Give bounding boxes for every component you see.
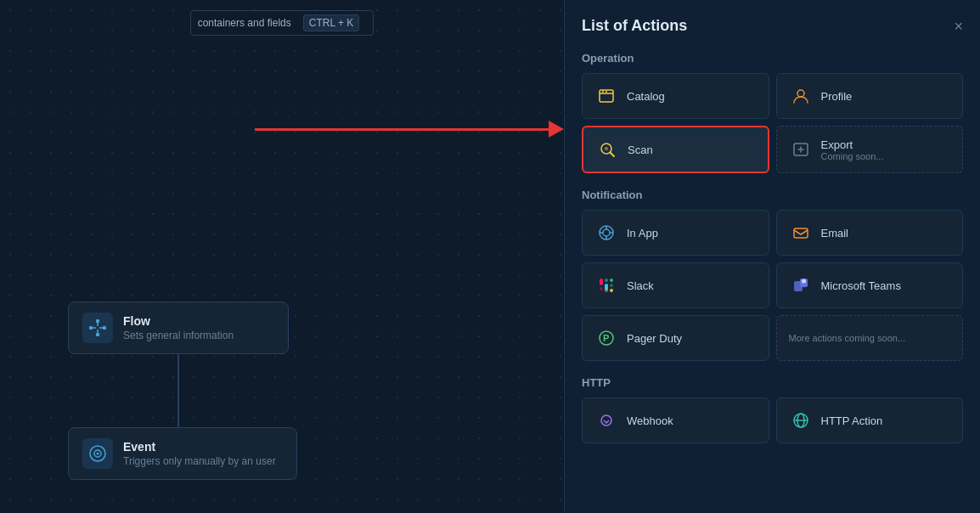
- svg-point-10: [97, 453, 99, 455]
- svg-text:P: P: [603, 333, 609, 343]
- svg-rect-31: [610, 279, 613, 282]
- event-node-title: Event: [123, 440, 276, 454]
- arrow-head: [549, 121, 564, 138]
- inapp-icon: [594, 221, 618, 245]
- action-export: Export Coming soon...: [776, 126, 964, 173]
- close-button[interactable]: ×: [954, 19, 963, 34]
- svg-point-17: [605, 147, 608, 150]
- export-text: Export Coming soon...: [821, 138, 884, 161]
- actions-panel: List of Actions × Operation Catalog: [564, 0, 980, 513]
- scan-icon: [595, 138, 619, 161]
- svg-rect-0: [96, 319, 99, 323]
- pagerduty-label: Pager Duty: [627, 332, 682, 345]
- svg-point-20: [603, 229, 610, 236]
- svg-point-13: [602, 91, 604, 93]
- profile-icon: [789, 84, 813, 108]
- pagerduty-icon: P: [594, 326, 618, 350]
- operation-grid: Catalog Profile Scan: [582, 73, 963, 173]
- action-msteams[interactable]: Microsoft Teams: [776, 262, 964, 308]
- webhook-icon: [594, 409, 618, 432]
- svg-point-36: [802, 279, 806, 284]
- export-sublabel: Coming soon...: [821, 151, 884, 161]
- email-label: Email: [821, 227, 849, 240]
- action-scan[interactable]: Scan: [582, 126, 769, 173]
- event-node-subtitle: Triggers only manually by an user: [123, 455, 276, 467]
- svg-rect-3: [96, 333, 99, 336]
- msteams-label: Microsoft Teams: [821, 279, 901, 292]
- canvas-panel: containers and fields CTRL + K Flow Set: [0, 0, 564, 513]
- action-catalog[interactable]: Catalog: [582, 73, 769, 119]
- httpaction-icon: [789, 409, 813, 432]
- svg-rect-32: [610, 289, 613, 292]
- svg-point-15: [797, 90, 804, 97]
- svg-rect-25: [794, 228, 808, 238]
- flow-node-text: Flow Sets general information: [123, 314, 234, 341]
- export-label: Export: [821, 138, 884, 151]
- search-shortcut: CTRL + K: [303, 14, 360, 31]
- search-placeholder: containers and fields: [198, 17, 291, 29]
- section-label-http: HTTP: [582, 376, 963, 389]
- action-slack[interactable]: Slack: [582, 262, 769, 308]
- svg-rect-30: [610, 284, 613, 287]
- flow-node-icon: [82, 313, 113, 343]
- slack-icon: [594, 273, 618, 297]
- msteams-icon: [789, 273, 813, 297]
- action-pagerduty[interactable]: P Pager Duty: [582, 315, 769, 361]
- flow-node-subtitle: Sets general information: [123, 330, 234, 341]
- panel-title: List of Actions: [582, 17, 687, 35]
- scan-label: Scan: [628, 144, 653, 156]
- flow-node[interactable]: Flow Sets general information: [68, 302, 289, 354]
- event-node-icon: [82, 438, 113, 469]
- section-label-operation: Operation: [582, 52, 963, 65]
- arrow-line: [255, 128, 549, 131]
- action-inapp[interactable]: In App: [582, 210, 769, 256]
- svg-rect-26: [600, 279, 603, 285]
- section-label-notification: Notification: [582, 189, 963, 201]
- catalog-icon: [594, 84, 618, 108]
- event-node-text: Event Triggers only manually by an user: [123, 440, 276, 467]
- action-webhook[interactable]: Webhook: [582, 397, 769, 443]
- action-httpaction[interactable]: HTTP Action: [776, 397, 964, 443]
- panel-header: List of Actions ×: [582, 17, 963, 35]
- svg-rect-28: [605, 279, 608, 282]
- event-node[interactable]: Event Triggers only manually by an user: [68, 427, 297, 480]
- svg-rect-27: [600, 287, 603, 290]
- action-email[interactable]: Email: [776, 210, 964, 256]
- connector-line: [177, 352, 179, 429]
- notification-grid: In App Email: [582, 210, 963, 361]
- more-notif-label: More actions coming soon...: [789, 333, 906, 343]
- flow-node-title: Flow: [123, 314, 234, 328]
- email-icon: [789, 221, 813, 245]
- catalog-label: Catalog: [627, 90, 665, 103]
- action-profile[interactable]: Profile: [776, 73, 964, 119]
- webhook-label: Webhook: [627, 414, 673, 427]
- profile-label: Profile: [821, 90, 853, 103]
- http-grid: Webhook HTTP Action: [582, 397, 963, 443]
- svg-rect-1: [89, 326, 93, 330]
- red-arrow: [255, 121, 564, 138]
- action-more-notif: More actions coming soon...: [776, 315, 964, 361]
- svg-point-14: [605, 91, 607, 93]
- search-bar[interactable]: containers and fields CTRL + K: [0, 10, 564, 36]
- slack-label: Slack: [627, 279, 654, 292]
- httpaction-label: HTTP Action: [821, 414, 883, 427]
- export-icon: [789, 138, 813, 161]
- svg-rect-33: [605, 289, 608, 292]
- inapp-label: In App: [627, 227, 658, 240]
- svg-rect-2: [103, 326, 106, 330]
